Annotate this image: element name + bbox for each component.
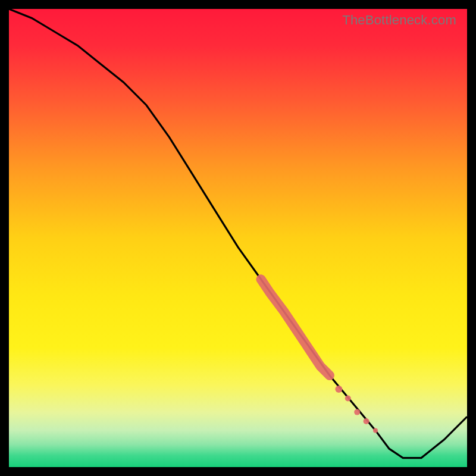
svg-point-2	[354, 409, 360, 415]
chart-frame: TheBottleneck.com	[9, 9, 467, 467]
gradient-background	[9, 9, 467, 467]
watermark-text: TheBottleneck.com	[342, 12, 456, 28]
chart-svg	[9, 9, 467, 467]
svg-point-0	[335, 386, 342, 393]
svg-point-4	[373, 428, 378, 433]
svg-point-3	[364, 418, 369, 424]
svg-point-1	[345, 396, 351, 402]
